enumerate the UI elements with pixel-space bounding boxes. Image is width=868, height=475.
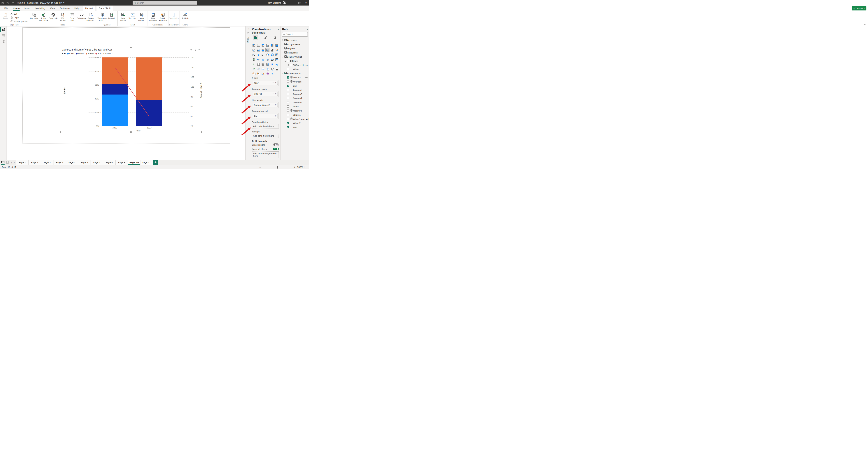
report-view-icon[interactable] (2, 28, 5, 32)
field-checkbox[interactable] (287, 114, 289, 116)
field-pill[interactable]: Year ✕ (253, 81, 278, 85)
report-canvas[interactable]: 100 Pct and Sum of Value 2 by Year and C… (7, 26, 245, 160)
collapse-visualizations-icon[interactable]: » (278, 28, 279, 31)
drill-through-fields-placeholder[interactable]: Add drill-through fields here (252, 151, 279, 158)
expand-icon[interactable] (282, 43, 283, 45)
field-row-projects[interactable]: Projects (281, 47, 309, 51)
zoom-in-icon[interactable]: + (294, 166, 296, 168)
remove-field-icon[interactable]: ✕ (275, 115, 277, 117)
visual-type-donut-icon[interactable] (270, 53, 274, 57)
resize-handle[interactable] (60, 47, 61, 48)
field-checkbox[interactable] (287, 106, 289, 108)
document-title[interactable]: Training • Last saved: 1/31/2024 at 4:15… (17, 2, 62, 4)
visual-type-line-clustered-column-icon[interactable] (270, 48, 274, 52)
page-tab-page-11[interactable]: Page 11 (141, 160, 153, 165)
visual-type-treemap-icon[interactable] (275, 53, 279, 57)
visual-type-slicer-icon[interactable] (256, 62, 260, 66)
ribbon-tab-view[interactable]: View (48, 5, 58, 11)
table-view-icon[interactable] (2, 34, 5, 37)
visual-type-metrics-icon[interactable] (270, 67, 274, 71)
ribbon-button-paste[interactable]: Paste (1, 12, 10, 20)
field-row-measure[interactable]: Measure (281, 109, 309, 113)
legend-item-goats[interactable]: Goats (76, 53, 84, 55)
ribbon-button-format-painter[interactable]: Format painter (10, 20, 28, 23)
visual-type-power-automate-icon[interactable] (270, 71, 274, 76)
legend-item-sheep[interactable]: Sheep (86, 53, 94, 55)
page-tab-page-7[interactable]: Page 7 (91, 160, 103, 165)
visual-type-map-icon[interactable] (251, 57, 256, 62)
desktop-layout-icon[interactable] (1, 160, 4, 165)
visual-type-clustered-bar-icon[interactable] (261, 43, 265, 48)
chevron-down-icon[interactable] (273, 115, 274, 117)
visual-type-scatter-icon[interactable] (261, 53, 265, 57)
line-series-sum-of-value-2[interactable] (88, 57, 189, 126)
ribbon-button-enter-data[interactable]: Enter data (67, 12, 77, 22)
page-tab-page-10[interactable]: Page 10 (128, 160, 141, 165)
expand-icon[interactable] (282, 39, 283, 41)
chevron-down-icon[interactable] (273, 82, 274, 84)
visual-type-paginated-report-icon[interactable] (275, 67, 279, 71)
field-row-column6[interactable]: Column6 (281, 92, 309, 96)
visual-type-decomposition-tree-icon[interactable] (256, 67, 260, 71)
visual-type-more-options-icon[interactable] (275, 71, 279, 76)
legend-item-cows[interactable]: Cows (67, 53, 74, 55)
visual-type-multi-row-card-icon[interactable] (275, 57, 279, 62)
visual-type-qa-icon[interactable] (261, 67, 265, 71)
ribbon-button-more-visuals[interactable]: More visuals ⌄ (137, 12, 147, 22)
visual-type-gauge-icon[interactable] (265, 57, 270, 62)
visual-type-table-icon[interactable] (261, 62, 265, 66)
field-row-value-1[interactable]: Value 1 (281, 113, 309, 117)
visual-type-arcgis-map-icon[interactable] (261, 71, 265, 76)
field-checkbox[interactable] (290, 64, 292, 66)
visual-type-funnel-icon[interactable] (256, 53, 260, 57)
visual-type-power-apps-icon[interactable] (265, 71, 270, 76)
field-checkbox[interactable] (287, 118, 289, 120)
visual-type-line-stacked-column-icon[interactable] (265, 48, 270, 52)
global-search-box[interactable] (132, 1, 197, 5)
field-row-column7[interactable]: Column7 (281, 96, 309, 100)
ribbon-tab-optimize[interactable]: Optimize (58, 5, 72, 11)
page-tab-page-8[interactable]: Page 8 (103, 160, 116, 165)
ribbon-tab-data-drill[interactable]: Data / Drill (96, 5, 113, 11)
visual-type-python-script-icon[interactable]: Py (275, 62, 279, 66)
field-row-date-hierarchy[interactable]: Date Hierarchy (281, 63, 309, 67)
visual-type-area-icon[interactable] (256, 48, 260, 52)
prev-page-icon[interactable]: ❮ (11, 161, 12, 164)
new-page-button[interactable]: + (153, 160, 158, 165)
visual-type-100-stacked-column-icon[interactable] (275, 43, 279, 48)
chevron-down-icon[interactable] (273, 93, 274, 95)
ribbon-button-new-measure[interactable]: New measure (149, 12, 158, 22)
combo-chart-visual[interactable]: 100 Pct and Sum of Value 2 by Year and C… (60, 47, 202, 132)
redo-icon[interactable] (10, 0, 16, 5)
resize-handle[interactable] (201, 47, 202, 48)
collapse-icon[interactable] (282, 72, 283, 74)
visual-type-narrative-icon[interactable] (265, 67, 270, 71)
zoom-out-icon[interactable]: − (259, 166, 261, 168)
visual-type-azure-map-icon[interactable] (261, 57, 265, 62)
ribbon-tab-file[interactable]: File (2, 5, 10, 11)
ribbon-tab-modeling[interactable]: Modeling (33, 5, 48, 11)
remove-field-icon[interactable]: ✕ (275, 93, 277, 95)
ribbon-button-sensitivity[interactable]: Sensitivity ⌄ (169, 12, 179, 22)
collapse-icon[interactable] (282, 56, 283, 57)
next-page-icon[interactable]: ❯ (13, 161, 15, 164)
field-row-scatter-values[interactable]: Scatter Values (281, 55, 309, 59)
field-row-year[interactable]: Year (281, 125, 309, 129)
ribbon-button-cut[interactable]: Cut (10, 12, 28, 16)
page-tab-page-2[interactable]: Page 2 (29, 160, 41, 165)
field-row-value-2[interactable]: Value 2 (281, 121, 309, 125)
ribbon-button-get-data[interactable]: Get data ⌄ (30, 12, 39, 22)
undo-icon[interactable] (5, 0, 10, 5)
more-options-icon[interactable]: ⋯ (198, 49, 200, 51)
cross-report-toggle[interactable]: Off (273, 144, 279, 146)
visual-type-pie-icon[interactable] (265, 53, 270, 57)
visual-type-kpi-icon[interactable] (251, 62, 256, 66)
analytics-tab[interactable] (273, 35, 278, 40)
filter-funnel-icon[interactable] (190, 49, 192, 51)
field-checkbox[interactable] (287, 68, 289, 70)
fit-to-page-icon[interactable] (305, 166, 307, 169)
visual-type-r-script-icon[interactable]: R (270, 62, 274, 66)
ribbon-button-transform-data[interactable]: Transform data ⌄ (98, 12, 107, 22)
keep-all-filters-toggle[interactable]: On (273, 148, 279, 150)
remove-field-icon[interactable]: ✕ (275, 82, 277, 84)
